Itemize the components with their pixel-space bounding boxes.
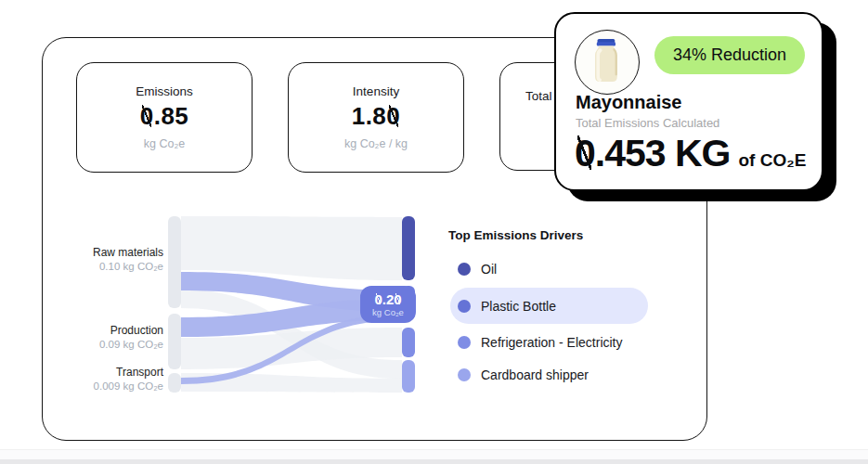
legend-item-refrigeration[interactable]: Refrigeration - Electricity bbox=[450, 332, 623, 353]
sankey-node-production[interactable] bbox=[168, 314, 181, 369]
legend-dot-icon bbox=[458, 368, 471, 381]
product-image-frame bbox=[575, 30, 640, 95]
stage-label-raw-materials: Raw materials 0.10 kg CO₂e bbox=[37, 245, 163, 275]
sankey-node-refrigeration[interactable] bbox=[402, 328, 415, 357]
legend-dot-icon bbox=[458, 300, 471, 313]
sankey-node-transport[interactable] bbox=[168, 373, 181, 393]
flow-value-badge: 0.20 kg Co₂e bbox=[360, 286, 416, 323]
legend-title: Top Emissions Drivers bbox=[448, 228, 583, 242]
product-total-value: 0.453 KG bbox=[575, 132, 731, 175]
stage-label-transport: Transport 0.009 kg CO₂e bbox=[37, 365, 163, 394]
product-subtitle: Total Emissions Calculated bbox=[576, 116, 719, 130]
product-total: 0.453 KG of CO₂E bbox=[575, 132, 806, 175]
page: Emissions 0.85 kg Co₂e Intensity 1.80 kg… bbox=[0, 0, 868, 464]
stage-label-production: Production 0.09 kg CO₂e bbox=[37, 323, 163, 353]
stage-name: Raw materials bbox=[37, 245, 163, 260]
product-total-unit: of CO₂E bbox=[739, 150, 807, 171]
page-footer-strip bbox=[0, 449, 868, 464]
stage-value: 0.009 kg CO₂e bbox=[37, 380, 163, 394]
flow-badge-value: 0.20 bbox=[374, 292, 401, 306]
reduction-badge: 34% Reduction bbox=[654, 36, 805, 74]
legend-dot-icon bbox=[458, 336, 471, 349]
legend-item-cardboard-shipper[interactable]: Cardboard shipper bbox=[450, 365, 589, 385]
stage-name: Transport bbox=[37, 365, 163, 380]
page-footer-bar bbox=[0, 459, 868, 464]
stage-name: Production bbox=[37, 323, 163, 338]
legend-label: Plastic Bottle bbox=[481, 299, 556, 314]
legend-item-plastic-bottle[interactable]: Plastic Bottle bbox=[450, 288, 648, 324]
flow-badge-unit: kg Co₂e bbox=[372, 308, 404, 317]
product-result-card: 34% Reduction Mayonnaise Total Emissions… bbox=[554, 12, 823, 191]
legend-label: Cardboard shipper bbox=[481, 367, 589, 382]
stage-value: 0.09 kg CO₂e bbox=[37, 338, 163, 353]
stage-value: 0.10 kg CO₂e bbox=[37, 260, 163, 275]
sankey-node-oil[interactable] bbox=[402, 216, 415, 280]
legend-dot-icon bbox=[458, 263, 471, 276]
sankey-node-raw-materials[interactable] bbox=[168, 216, 181, 308]
legend-label: Refrigeration - Electricity bbox=[481, 335, 623, 350]
legend-item-oil[interactable]: Oil bbox=[450, 259, 497, 279]
sankey-flow-gray bbox=[181, 216, 402, 280]
mayonnaise-jar-icon bbox=[576, 31, 636, 91]
product-name: Mayonnaise bbox=[576, 92, 681, 113]
legend-label: Oil bbox=[481, 262, 497, 277]
sankey-node-cardboard[interactable] bbox=[402, 360, 415, 393]
